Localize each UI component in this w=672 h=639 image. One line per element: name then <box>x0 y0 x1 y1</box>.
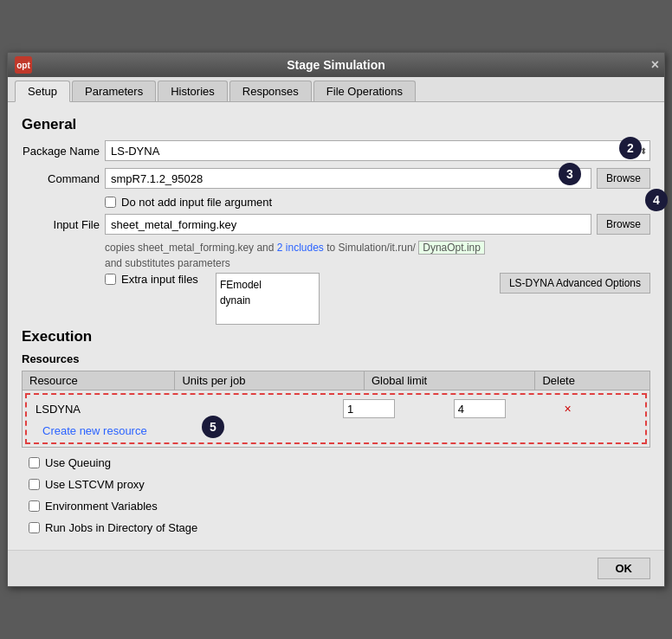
ok-button[interactable]: OK <box>598 558 651 579</box>
general-title: General <box>22 116 650 133</box>
info-sub: and substitutes parameters <box>105 257 230 269</box>
tab-histories[interactable]: Histories <box>158 81 228 101</box>
use-queuing-checkbox[interactable] <box>29 457 40 468</box>
resource-global-cell: 4 <box>447 397 558 421</box>
close-button[interactable]: × <box>651 57 659 73</box>
package-name-select-wrapper: LS-DYNA <box>105 140 650 161</box>
extra-files-checkbox-row: Extra input files <box>105 273 198 286</box>
command-browse-button[interactable]: Browse <box>597 168 650 189</box>
resource-units-input[interactable]: 1 <box>343 399 395 418</box>
no-input-checkbox-row: Do not add input file argument 4 <box>105 196 650 209</box>
info-copies: copies sheet_metal_forming.key and <box>105 242 274 254</box>
info-to: to Simulation/it.run/ <box>326 242 416 254</box>
badge-5: 5 <box>202 416 224 438</box>
info-includes-link[interactable]: 2 includes <box>277 242 324 254</box>
badge-4: 4 <box>645 189 668 211</box>
info-sub-row: and substitutes parameters <box>105 257 650 269</box>
use-lstcvm-label: Use LSTCVM proxy <box>45 478 145 491</box>
extra-files-label: Extra input files <box>121 273 198 286</box>
execution-section: Execution Resources Resource Units per j… <box>22 328 650 539</box>
input-file-browse-button[interactable]: Browse <box>597 214 650 235</box>
col-global: Global limit <box>364 371 534 390</box>
general-section: General Package Name LS-DYNA 2 Command s… <box>22 116 650 325</box>
package-name-select[interactable]: LS-DYNA <box>105 140 650 161</box>
title-bar: opt Stage Simulation × <box>8 53 664 77</box>
badge-2: 2 <box>619 137 642 159</box>
use-queuing-row: Use Queuing <box>29 456 650 469</box>
resource-units-cell: 1 <box>336 397 447 421</box>
advanced-options-button[interactable]: LS-DYNA Advanced Options <box>500 273 650 294</box>
input-file-row: Input File sheet_metal_forming.key Brows… <box>22 214 650 235</box>
create-resource-row: Create new resource 5 <box>29 421 643 441</box>
info-text-row: copies sheet_metal_forming.key and 2 inc… <box>105 242 650 254</box>
main-window: opt Stage Simulation × Setup Parameters … <box>7 52 665 587</box>
resources-label: Resources <box>22 352 650 365</box>
file-list-item-1: dynain <box>220 293 315 308</box>
col-units: Units per job <box>175 371 365 390</box>
input-file-input[interactable]: sheet_metal_forming.key <box>105 214 591 235</box>
command-row: Command smpR7.1.2_95028 Browse 3 <box>22 168 650 189</box>
resource-dashed-container: LSDYNA 1 4 × <box>25 393 647 444</box>
no-input-checkbox[interactable] <box>105 197 116 208</box>
delete-resource-button[interactable]: × <box>565 402 572 416</box>
env-vars-label: Environment Variables <box>45 500 158 513</box>
footer: OK <box>8 550 664 586</box>
file-list-item-0: FEmodel <box>220 277 315 293</box>
tab-file-operations[interactable]: File Operations <box>313 81 416 101</box>
tab-setup[interactable]: Setup <box>15 81 70 102</box>
no-input-label: Do not add input file argument <box>121 196 272 209</box>
tab-bar: Setup Parameters Histories Responses Fil… <box>8 77 664 102</box>
col-resource: Resource <box>23 371 175 390</box>
use-queuing-label: Use Queuing <box>45 456 111 469</box>
resource-inner-table: LSDYNA 1 4 × <box>29 397 643 441</box>
use-lstcvm-row: Use LSTCVM proxy <box>29 478 650 491</box>
resources-table: Resource Units per job Global limit Dele… <box>22 371 650 448</box>
table-row: LSDYNA 1 4 × <box>23 390 650 448</box>
execution-title: Execution <box>22 328 650 345</box>
create-resource-link[interactable]: Create new resource <box>36 423 154 439</box>
run-jobs-row: Run Jobs in Directory of Stage <box>29 521 650 534</box>
package-name-row: Package Name LS-DYNA 2 <box>22 140 650 161</box>
app-icon: opt <box>15 56 32 74</box>
extra-files-area: Extra input files FEmodel dynain LS-DYNA… <box>22 273 650 325</box>
run-jobs-checkbox[interactable] <box>29 522 40 533</box>
resource-data-row: LSDYNA 1 4 × <box>29 397 643 421</box>
env-vars-row: Environment Variables <box>29 500 650 513</box>
run-jobs-label: Run Jobs in Directory of Stage <box>45 521 197 534</box>
command-label: Command <box>22 172 100 185</box>
tab-responses[interactable]: Responses <box>229 81 312 101</box>
create-resource-cell: Create new resource 5 <box>29 421 643 441</box>
resource-name-cell: LSDYNA <box>29 397 336 421</box>
resource-global-input[interactable]: 4 <box>454 399 506 418</box>
package-name-label: Package Name <box>22 145 100 158</box>
extra-files-checkbox[interactable] <box>105 274 116 285</box>
command-input[interactable]: smpR7.1.2_95028 <box>105 168 591 189</box>
env-vars-checkbox[interactable] <box>29 500 40 512</box>
bottom-checkboxes: Use Queuing Use LSTCVM proxy Environment… <box>22 456 650 539</box>
input-file-label: Input File <box>22 218 100 231</box>
badge-3: 3 <box>559 163 581 185</box>
info-path: DynaOpt.inp <box>418 241 485 255</box>
col-delete: Delete <box>535 371 650 390</box>
window-title: Stage Simulation <box>287 58 385 72</box>
file-list-box: FEmodel dynain <box>216 273 320 325</box>
content-area: General Package Name LS-DYNA 2 Command s… <box>8 102 664 550</box>
resource-delete-cell: × <box>558 397 643 421</box>
tab-parameters[interactable]: Parameters <box>72 81 156 101</box>
use-lstcvm-checkbox[interactable] <box>29 479 40 490</box>
